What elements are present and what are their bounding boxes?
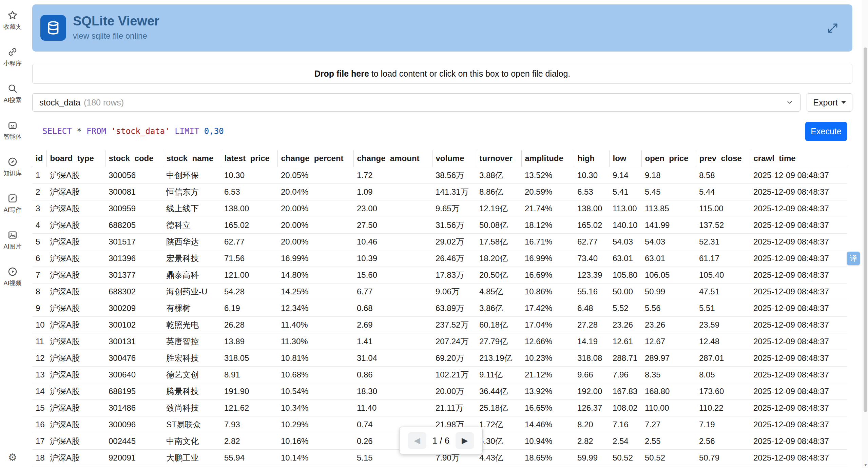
table-cell: 138.00 xyxy=(574,200,609,217)
table-cell: 14.25% xyxy=(277,283,353,300)
settings-gear-icon[interactable]: ⚙ xyxy=(8,452,17,463)
table-cell: 沪深A股 xyxy=(46,383,105,399)
table-cell: 110.00 xyxy=(641,399,696,416)
file-dropzone[interactable]: Drop file here to load content or click … xyxy=(32,64,852,84)
table-cell: 300056 xyxy=(105,167,163,183)
table-cell: 恒信东方 xyxy=(163,183,221,200)
table-cell: 62.77 xyxy=(221,233,277,250)
table-cell: 乾照光电 xyxy=(163,316,221,333)
table-cell: 沪深A股 xyxy=(46,267,105,283)
sql-query-input[interactable]: SELECT * FROM 'stock_data' LIMIT 0,30 xyxy=(32,126,224,136)
column-header-stock_code: stock_code xyxy=(105,150,163,167)
vertical-scrollbar[interactable]: ▼ xyxy=(863,0,868,468)
table-cell: 16.99% xyxy=(521,250,574,267)
table-cell: 5 xyxy=(32,233,46,250)
sidebar-item-ai-video[interactable]: AI视频 xyxy=(0,266,25,303)
table-cell: 15 xyxy=(32,399,46,416)
prev-page-button[interactable]: ◀ xyxy=(408,432,426,449)
table-cell: 5.44 xyxy=(696,183,750,200)
table-cell: 141.31万 xyxy=(432,183,476,200)
table-cell: 1 xyxy=(32,167,46,183)
table-cell: 106.05 xyxy=(641,267,696,283)
table-cell: 16.71% xyxy=(521,233,574,250)
table-row: 10沪深A股300102乾照光电26.2811.40%2.69237.52万60… xyxy=(32,316,847,333)
next-page-button[interactable]: ▶ xyxy=(456,432,474,449)
table-cell: 12.67 xyxy=(641,333,696,350)
table-cell: 121.62 xyxy=(221,399,277,416)
table-row: 15沪深A股301486致尚科技121.6210.34%11.4021.11万2… xyxy=(32,399,847,416)
table-cell: 9.11亿 xyxy=(476,366,521,383)
table-cell: 69.20万 xyxy=(432,350,476,366)
table-cell: 中南文化 xyxy=(163,433,221,449)
table-cell: 沪深A股 xyxy=(46,366,105,383)
table-cell: 121.00 xyxy=(221,267,277,283)
table-cell: 113.00 xyxy=(609,200,641,217)
translate-button[interactable]: 译 xyxy=(847,252,860,265)
table-cell: 13.89 xyxy=(221,333,277,350)
table-cell: 192.00 xyxy=(574,383,609,399)
table-row: 13沪深A股300640德艺文创8.9110.68%0.86102.21万9.1… xyxy=(32,366,847,383)
table-cell: 55.16 xyxy=(574,283,609,300)
table-cell: 6.30亿 xyxy=(476,433,521,449)
table-cell: 中创环保 xyxy=(163,167,221,183)
table-row: 14沪深A股688195腾景科技191.9010.54%18.3020.00万3… xyxy=(32,383,847,399)
table-cell: 17.83万 xyxy=(432,267,476,283)
table-cell: 2025-12-09 08:48:37 xyxy=(750,333,847,350)
table-cell: 6.77 xyxy=(353,283,432,300)
table-cell: 2025-12-09 08:48:37 xyxy=(750,433,847,449)
dropzone-bold-text: Drop file here xyxy=(314,69,369,78)
table-cell: 300640 xyxy=(105,366,163,383)
expand-arrows-icon[interactable] xyxy=(827,22,839,34)
app-header-banner: SQLite Viewer view sqlite file online xyxy=(32,4,852,52)
table-cell: 18.65% xyxy=(521,449,574,466)
table-cell: 6.19 xyxy=(221,300,277,316)
sidebar-item-mini-program[interactable]: 小程序 xyxy=(0,46,25,83)
page-title: SQLite Viewer xyxy=(73,14,159,28)
table-cell: 126.37 xyxy=(574,399,609,416)
table-row: 6沪深A股301396宏景科技71.5616.99%10.3926.46万18.… xyxy=(32,250,847,267)
table-cell: 2025-12-09 08:48:37 xyxy=(750,399,847,416)
export-button[interactable]: Export xyxy=(807,93,852,112)
table-cell: 167.83 xyxy=(609,383,641,399)
table-cell: 3.88亿 xyxy=(476,167,521,183)
scrollbar-thumb[interactable] xyxy=(864,47,867,412)
table-cell: 23.26 xyxy=(609,316,641,333)
table-select-dropdown[interactable]: stock_data (180 rows) xyxy=(32,93,801,112)
table-cell: 沪深A股 xyxy=(46,283,105,300)
sidebar-item-label: 知识库 xyxy=(3,169,22,177)
sidebar-item-ai-agent[interactable]: 智能体 xyxy=(0,119,25,156)
sidebar-item-ai-image[interactable]: AI图片 xyxy=(0,229,25,266)
table-cell: 10 xyxy=(32,316,46,333)
table-cell: 26.28 xyxy=(221,316,277,333)
table-cell: 12 xyxy=(32,350,46,366)
image-icon xyxy=(7,229,18,241)
table-cell: 50.79 xyxy=(696,449,750,466)
table-cell: 20.00% xyxy=(277,233,353,250)
table-cell: 10.68% xyxy=(277,366,353,383)
sidebar-item-ai-search[interactable]: AI搜索 xyxy=(0,83,25,119)
execute-button[interactable]: Execute xyxy=(805,122,847,141)
table-cell: 20.00万 xyxy=(432,383,476,399)
sidebar-item-ai-writing[interactable]: AI写作 xyxy=(0,193,25,229)
table-cell: 11.40% xyxy=(277,316,353,333)
column-header-low: low xyxy=(609,150,641,167)
table-cell: 237.52万 xyxy=(432,316,476,333)
table-cell: 1.41 xyxy=(353,333,432,350)
table-cell: 20.59% xyxy=(521,183,574,200)
table-cell: 10.39 xyxy=(353,250,432,267)
sidebar-item-favorites[interactable]: 收藏夹 xyxy=(0,9,25,46)
sidebar-item-knowledge-base[interactable]: 知识库 xyxy=(0,156,25,193)
table-cell: 27.28 xyxy=(574,316,609,333)
table-cell: 2025-12-09 08:48:37 xyxy=(750,217,847,233)
table-cell: 11.40 xyxy=(353,399,432,416)
table-cell: 63.01 xyxy=(641,250,696,267)
table-cell: 5.51 xyxy=(696,300,750,316)
scroll-down-arrow-icon[interactable]: ▼ xyxy=(863,463,868,467)
column-header-high: high xyxy=(574,150,609,167)
pencil-icon xyxy=(7,193,18,204)
table-cell: 9.14 xyxy=(609,167,641,183)
table-cell: 12.34% xyxy=(277,300,353,316)
table-cell: 300131 xyxy=(105,333,163,350)
caret-down-icon xyxy=(841,101,846,104)
table-cell: 4 xyxy=(32,217,46,233)
